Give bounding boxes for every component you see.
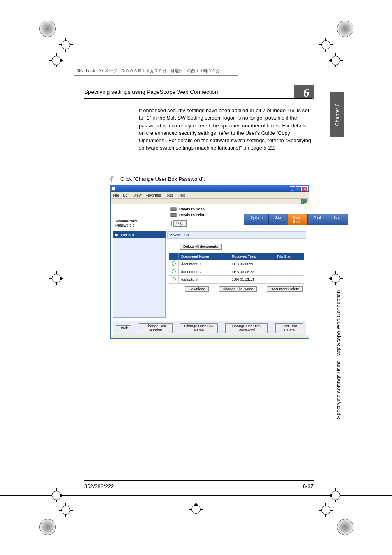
cell-name: document01 <box>179 260 229 268</box>
cell-name: document02 <box>179 268 229 276</box>
side-chapter-label: Chapter 6 <box>330 92 344 137</box>
admin-password-input[interactable] <box>139 221 172 226</box>
table-row: testdata.tif JUN 01 13:13 <box>169 276 304 284</box>
col-document-name: Document Name <box>179 253 229 260</box>
row-radio[interactable] <box>172 269 176 273</box>
sidebar-body <box>113 238 166 318</box>
menu-help[interactable]: Help <box>178 193 185 197</box>
table-row: document01 FEB 06 06:28 <box>169 260 304 268</box>
change-file-name-button[interactable]: Change File Name <box>219 286 257 292</box>
cell-size <box>274 268 304 276</box>
box-name: box02 <box>170 233 181 237</box>
cell-size <box>274 260 304 268</box>
embedded-browser-window: _ □ × File Edit View Favorites Tools Hel… <box>110 185 309 339</box>
box-page: 1/1 <box>184 233 189 237</box>
section-title: Specifying settings using PageScope Web … <box>84 89 218 95</box>
user-box-delete-button[interactable]: User Box Delete <box>275 323 303 333</box>
row-radio[interactable] <box>172 277 176 281</box>
regmark-mid-left <box>49 271 63 285</box>
chapter-number: 6 <box>303 86 391 99</box>
status-print: Ready to Print <box>179 213 204 217</box>
tab-job[interactable]: Job <box>269 214 287 225</box>
col-received-time: Received Time <box>229 253 274 260</box>
regmark-corner-br <box>319 503 333 517</box>
back-button[interactable]: Back <box>116 325 131 331</box>
download-button[interactable]: Download <box>185 286 209 292</box>
menu-edit[interactable]: Edit <box>123 193 130 197</box>
window-titlebar: _ □ × <box>111 185 309 192</box>
window-minimize-button[interactable]: _ <box>290 186 295 191</box>
cell-time: FEB 06 06:28 <box>229 260 274 268</box>
printer-icon <box>170 213 177 217</box>
section-underline <box>84 98 312 99</box>
tab-system[interactable]: System <box>244 214 269 225</box>
cell-name: testdata.tif <box>179 276 229 284</box>
regmark-bot-left <box>49 488 63 502</box>
regmark-bot-right <box>329 488 343 502</box>
col-file-size: File Size <box>274 253 304 260</box>
regmark-corner-bl <box>59 503 73 517</box>
admin-password-label: Administrator Password : <box>115 219 137 227</box>
cell-time: JUN 01 13:13 <box>229 276 274 284</box>
browser-menubar: File Edit View Favorites Tools Help <box>111 192 309 199</box>
menu-file[interactable]: File <box>113 193 119 197</box>
regmark-corner-tl <box>59 38 73 52</box>
document-table: Document Name Received Time File Size do… <box>169 253 304 284</box>
ie-throbber-icon <box>301 199 307 204</box>
change-user-box-name-button[interactable]: Change User Box Name <box>180 323 218 333</box>
bullseye-top-left <box>39 21 56 37</box>
document-delete-button[interactable]: Document Delete <box>267 286 303 292</box>
tab-scan[interactable]: Scan <box>327 214 348 225</box>
tab-user-box[interactable]: User Box <box>287 214 307 225</box>
change-box-number-button[interactable]: Change Box Number <box>139 323 173 333</box>
cell-time: FEB 06 06:28 <box>229 268 274 276</box>
footer-page: 6-37 <box>303 483 314 489</box>
col-select <box>169 253 179 260</box>
change-user-box-password-button[interactable]: Change User Box Password <box>225 323 268 333</box>
table-row: document02 FEB 06 06:28 <box>169 268 304 276</box>
body-paragraph: –If enhanced security settings have been… <box>131 107 312 152</box>
cell-size <box>274 276 304 284</box>
footer-model: 362/282/222 <box>84 483 114 489</box>
bullseye-top-right <box>337 21 353 37</box>
bullseye-bot-right <box>337 519 353 535</box>
step-number: 4 <box>109 175 113 183</box>
svg-rect-1 <box>171 213 176 217</box>
menu-favorites[interactable]: Favorites <box>145 193 161 197</box>
status-scan: Ready to Scan <box>179 207 205 211</box>
side-section-label: Specifying settings using PageScope Web … <box>334 144 343 358</box>
tab-print[interactable]: Print <box>307 214 327 225</box>
scanner-icon <box>170 207 177 212</box>
login-button[interactable]: Log-in <box>173 220 187 227</box>
regmark-corner-tr <box>319 38 333 52</box>
bullseye-bot-left <box>39 519 56 535</box>
book-info: 362. book 37 ページ ２００８年１０月２０日 月曜日 午前１１時３２… <box>74 67 238 76</box>
step-text: Click [Change User Box Password]. <box>120 175 205 182</box>
ie-document-icon <box>111 187 115 191</box>
regmark-bottom-center <box>189 502 203 516</box>
sidebar-user-box-header[interactable]: ▶ User Box <box>113 231 166 238</box>
menu-view[interactable]: View <box>134 193 141 197</box>
regmark-top-right <box>329 53 343 67</box>
delete-all-documents-button[interactable]: Delete All documents <box>180 244 222 250</box>
row-radio[interactable] <box>172 261 176 266</box>
window-maximize-button[interactable]: □ <box>296 186 302 191</box>
box-title-bar: box02 1/1 <box>167 231 306 239</box>
regmark-top-left <box>49 53 63 67</box>
window-close-button[interactable]: × <box>302 186 308 191</box>
menu-tools[interactable]: Tools <box>165 193 173 197</box>
svg-rect-0 <box>171 208 176 211</box>
